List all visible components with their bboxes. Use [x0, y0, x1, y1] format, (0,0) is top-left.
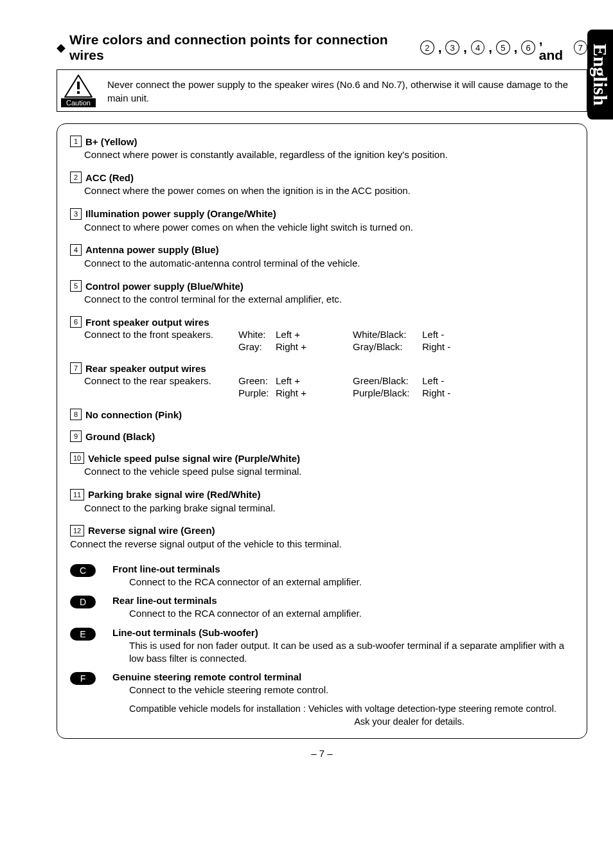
- heading-num: 5: [496, 40, 510, 55]
- item-number: 10: [70, 452, 84, 464]
- item-desc: Connect to where power comes on when the…: [84, 221, 574, 234]
- terminal-item: ELine-out terminals (Sub-woofer)This is …: [70, 627, 574, 666]
- item-number: 9: [70, 430, 82, 442]
- heading-num: 3: [445, 40, 459, 55]
- terminal-letter: C: [70, 564, 96, 577]
- item-title: Ground (Black): [85, 431, 155, 442]
- terminal-title: Rear line-out terminals: [112, 595, 362, 606]
- item-desc: Connect to the rear speakers.: [84, 375, 238, 386]
- terminal-title: Front line-out terminals: [112, 563, 362, 574]
- item-title: Control power supply (Blue/White): [85, 281, 244, 292]
- terminal-letter: E: [70, 628, 96, 641]
- item-desc: Connect to the vehicle speed pulse signa…: [84, 465, 574, 478]
- item-title: Vehicle speed pulse signal wire (Purple/…: [88, 453, 300, 464]
- caution-block: Caution Never connect the power supply t…: [57, 69, 587, 112]
- wire-item: 9Ground (Black): [70, 430, 574, 442]
- caution-icon: Caution: [61, 74, 96, 107]
- item-number: 4: [70, 244, 82, 256]
- terminal-desc: This is used for non fader output. It ca…: [129, 639, 574, 666]
- item-number: 5: [70, 280, 82, 292]
- wire-item: 1B+ (Yellow)Connect where power is const…: [70, 136, 574, 161]
- item-number: 2: [70, 172, 82, 183]
- item-title: Antenna power supply (Blue): [85, 244, 219, 255]
- terminal-item: DRear line-out terminalsConnect to the R…: [70, 595, 574, 620]
- svg-rect-2: [77, 91, 80, 94]
- item-title: Illumination power supply (Orange/White): [85, 208, 276, 219]
- item-number: 6: [70, 316, 82, 328]
- wire-item: 4Antenna power supply (Blue)Connect to t…: [70, 244, 574, 270]
- svg-rect-1: [77, 82, 80, 89]
- item-title: Reverse signal wire (Green): [88, 525, 215, 536]
- wire-item: 8No connection (Pink): [70, 409, 574, 420]
- item-number: 11: [70, 489, 84, 500]
- wire-item: 11Parking brake signal wire (Red/White)C…: [70, 489, 574, 515]
- terminal-desc: Connect to the vehicle steering remote c…: [129, 684, 328, 696]
- diamond-icon: ◆: [57, 40, 66, 55]
- item-title: No connection (Pink): [85, 409, 182, 420]
- item-desc: Connect the reverse signal output of the…: [70, 538, 574, 551]
- terminal-title: Line-out terminals (Sub-woofer): [112, 627, 574, 638]
- item-title: Parking brake signal wire (Red/White): [88, 489, 260, 500]
- wire-item: 5Control power supply (Blue/White)Connec…: [70, 280, 574, 306]
- item-number: 3: [70, 208, 82, 220]
- wire-item: 12Reverse signal wire (Green)Connect the…: [70, 525, 574, 551]
- page-number: – 7 –: [57, 748, 587, 759]
- terminal-letter: F: [70, 672, 96, 685]
- heading-and: , and: [539, 32, 570, 63]
- heading-num: 6: [521, 40, 535, 55]
- heading-num: 7: [574, 40, 587, 55]
- item-title: Rear speaker output wires: [85, 363, 206, 374]
- item-desc: Connect to the front speakers.: [84, 329, 238, 340]
- wire-item: 2ACC (Red)Connect where the power comes …: [70, 172, 574, 197]
- wire-item-rear-speakers: 7Rear speaker output wires Connect to th…: [70, 362, 574, 398]
- heading-num: 4: [471, 40, 484, 55]
- terminal-letter: D: [70, 596, 96, 608]
- item-title: ACC (Red): [85, 172, 134, 183]
- wire-list-box: 1B+ (Yellow)Connect where power is const…: [57, 123, 587, 739]
- compatibility-note: Compatible vehicle models for installati…: [129, 703, 574, 728]
- caution-label: Caution: [61, 98, 96, 107]
- item-desc: Connect where the power comes on when th…: [84, 184, 574, 197]
- language-tab: English: [587, 30, 613, 120]
- wire-item: 3Illumination power supply (Orange/White…: [70, 208, 574, 234]
- wire-item-front-speakers: 6Front speaker output wires Connect to t…: [70, 316, 574, 352]
- terminal-desc: Connect to the RCA connector of an exter…: [129, 576, 362, 589]
- item-number: 1: [70, 136, 82, 147]
- item-title: Front speaker output wires: [85, 317, 209, 328]
- item-number: 8: [70, 409, 82, 420]
- item-desc: Connect to the parking brake signal term…: [84, 502, 574, 515]
- heading-num: 2: [420, 40, 434, 55]
- terminal-desc: Connect to the RCA connector of an exter…: [129, 607, 362, 620]
- terminal-item: FGenuine steering remote control termina…: [70, 671, 574, 696]
- language-tab-label: English: [589, 44, 611, 106]
- heading-prefix: Wire colors and connection points for co…: [69, 32, 416, 63]
- caution-text: Never connect the power supply to the sp…: [107, 74, 580, 105]
- terminal-title: Genuine steering remote control terminal: [112, 671, 328, 682]
- item-title: B+ (Yellow): [85, 136, 137, 147]
- wire-item: 10Vehicle speed pulse signal wire (Purpl…: [70, 452, 574, 478]
- item-desc: Connect where power is constantly availa…: [84, 148, 574, 161]
- item-number: 7: [70, 362, 82, 374]
- item-desc: Connect to the control terminal for the …: [84, 293, 574, 306]
- section-heading: ◆ Wire colors and connection points for …: [57, 32, 587, 63]
- terminal-item: CFront line-out terminalsConnect to the …: [70, 563, 574, 589]
- item-desc: Connect to the automatic-antenna control…: [84, 257, 574, 270]
- item-number: 12: [70, 525, 84, 536]
